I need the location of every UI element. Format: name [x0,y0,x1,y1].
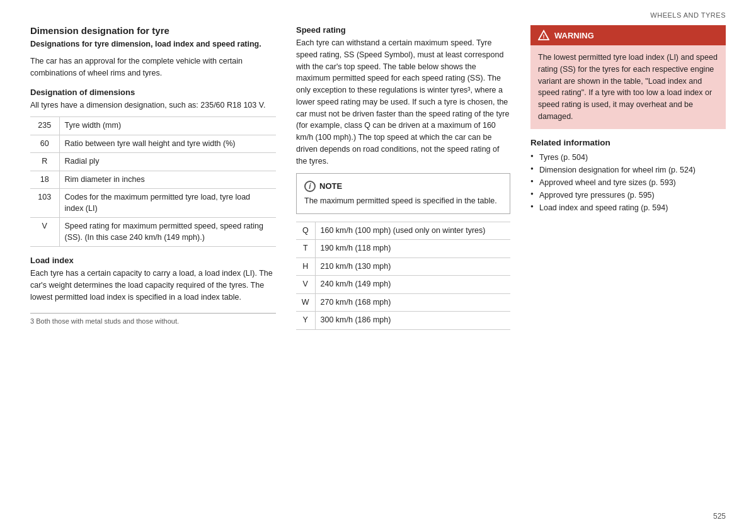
note-icon: i [304,181,316,192]
designation-text: All tyres have a dimension designation, … [30,99,276,111]
speed-code: T [296,240,315,258]
speed-desc: 190 km/h (118 mph) [315,240,510,258]
warning-box: ! WARNING The lowest permitted tyre load… [530,25,726,129]
speed-rating-title: Speed rating [296,25,510,35]
footnote: 3 Both those with metal studs and those … [30,313,276,325]
speed-code: W [296,293,315,312]
designation-title: Designation of dimensions [30,88,276,97]
list-item: Load index and speed rating (p. 594) [530,201,726,214]
speed-desc: 270 km/h (168 mph) [315,293,510,312]
dim-code: R [30,153,59,171]
dim-desc: Tyre width (mm) [59,117,276,135]
table-row: W 270 km/h (168 mph) [296,293,510,312]
related-list: Tyres (p. 504)Dimension designation for … [530,151,726,214]
list-item: Approved wheel and tyre sizes (p. 593) [530,176,726,189]
svg-text:!: ! [543,33,545,40]
speed-table: Q 160 km/h (100 mph) (used only on winte… [296,222,510,330]
load-index-text: Each tyre has a certain capacity to carr… [30,268,276,303]
table-row: 103 Codes for the maximum permitted tyre… [30,189,276,218]
dim-code: 103 [30,189,59,218]
chapter-title: WHEELS AND TYRES [650,11,726,19]
table-row: Q 160 km/h (100 mph) (used only on winte… [296,222,510,240]
dim-code: 18 [30,171,59,189]
speed-desc: 300 km/h (186 mph) [315,312,510,330]
warning-label: WARNING [554,31,594,40]
note-box: i NOTE The maximum permitted speed is sp… [296,173,510,213]
load-index-title: Load index [30,256,276,265]
table-row: 18 Rim diameter in inches [30,171,276,189]
table-row: Y 300 km/h (186 mph) [296,312,510,330]
note-label: NOTE [319,180,342,193]
speed-desc: 210 km/h (130 mph) [315,258,510,276]
table-row: 60 Ratio between tyre wall height and ty… [30,135,276,153]
dim-desc: Radial ply [59,153,276,171]
list-item: Tyres (p. 504) [530,151,726,164]
related-title: Related information [530,138,726,147]
page-header: WHEELS AND TYRES [0,0,756,19]
right-column: ! WARNING The lowest permitted tyre load… [530,25,726,513]
speed-code: Y [296,312,315,330]
main-section-title: Dimension designation for tyre [30,25,276,36]
dim-desc: Codes for the maximum permitted tyre loa… [59,189,276,218]
dim-code: 235 [30,117,59,135]
speed-code: Q [296,222,315,240]
page-number: 525 [713,512,726,521]
intro-bold-text: Designations for tyre dimension, load in… [30,38,276,50]
note-text: The maximum permitted speed is specified… [304,196,497,205]
table-row: T 190 km/h (118 mph) [296,240,510,258]
table-row: H 210 km/h (130 mph) [296,258,510,276]
footnote-text: 3 Both those with metal studs and those … [30,317,179,325]
warning-triangle-icon: ! [538,30,549,41]
table-row: V 240 km/h (149 mph) [296,276,510,294]
speed-code: H [296,258,315,276]
speed-desc: 240 km/h (149 mph) [315,276,510,294]
list-item: Approved tyre pressures (p. 595) [530,189,726,201]
note-header: i NOTE [304,180,502,193]
dim-desc: Ratio between tyre wall height and tyre … [59,135,276,153]
table-row: V Speed rating for maximum permitted spe… [30,218,276,247]
left-column: Dimension designation for tyre Designati… [30,25,276,513]
speed-desc: 160 km/h (100 mph) (used only on winter … [315,222,510,240]
middle-column: Speed rating Each tyre can withstand a c… [296,25,510,513]
dim-desc: Speed rating for maximum permitted speed… [59,218,276,247]
dim-code: V [30,218,59,247]
warning-body: The lowest permitted tyre load index (LI… [530,45,726,129]
list-item: Dimension designation for wheel rim (p. … [530,164,726,176]
speed-rating-text: Each tyre can withstand a certain maximu… [296,37,510,167]
table-row: 235 Tyre width (mm) [30,117,276,135]
speed-code: V [296,276,315,294]
table-row: R Radial ply [30,153,276,171]
warning-text: The lowest permitted tyre load index (LI… [538,53,718,121]
intro-text: The car has an approval for the complete… [30,55,276,79]
dim-code: 60 [30,135,59,153]
warning-header: ! WARNING [530,25,726,45]
related-information: Related information Tyres (p. 504)Dimens… [530,138,726,214]
dim-desc: Rim diameter in inches [59,171,276,189]
dimension-table: 235 Tyre width (mm) 60 Ratio between tyr… [30,116,276,247]
